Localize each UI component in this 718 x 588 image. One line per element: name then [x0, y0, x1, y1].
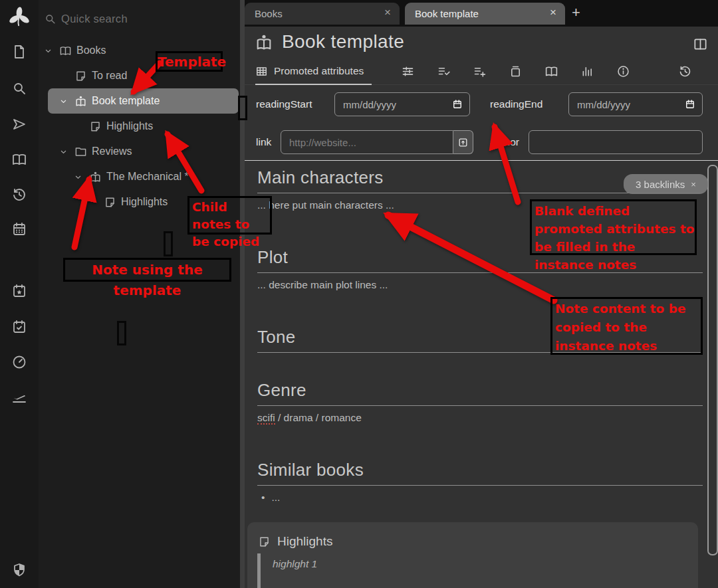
- launcher-bar: [0, 0, 39, 588]
- open-link-button[interactable]: [453, 130, 473, 154]
- calendar-icon[interactable]: [684, 98, 696, 110]
- note-icon: [104, 196, 121, 209]
- reading-end-input[interactable]: mm/dd/yyyy: [568, 92, 703, 116]
- tree-item-the-mechanical[interactable]: The Mechanical *: [39, 164, 240, 189]
- section-body: scifi / drama / romance: [257, 412, 703, 424]
- list-check-icon[interactable]: [437, 64, 451, 78]
- ribbon-icons: [401, 58, 718, 84]
- split-view-icon[interactable]: [693, 37, 708, 52]
- tree-item-label: Reviews: [92, 146, 132, 157]
- section-similar-books[interactable]: Similar books • ...: [257, 460, 703, 504]
- section-heading: Similar books: [257, 460, 703, 486]
- bullet-text: ...: [271, 492, 280, 504]
- info-icon[interactable]: [616, 64, 630, 78]
- blockquote-bar: [257, 553, 261, 588]
- calendar-icon[interactable]: [11, 221, 27, 237]
- external-link-icon: [457, 137, 469, 148]
- chevron-down-icon[interactable]: [59, 96, 74, 106]
- sliders-icon[interactable]: [401, 64, 415, 78]
- new-note-icon[interactable]: [11, 44, 27, 60]
- history-icon[interactable]: [678, 64, 692, 78]
- reading-start-label: readingStart: [256, 98, 312, 110]
- quick-search-placeholder: Quick search: [61, 13, 128, 25]
- close-icon[interactable]: ×: [384, 6, 391, 19]
- task-calendar-icon[interactable]: [11, 319, 27, 335]
- trilium-logo-icon[interactable]: [7, 5, 32, 29]
- included-note-header[interactable]: Highlights: [258, 534, 332, 549]
- tree-item-book-template[interactable]: Book template: [48, 88, 239, 114]
- annotation-note-using: Note using the template: [63, 258, 231, 282]
- reading-start-input[interactable]: mm/dd/yyyy: [334, 92, 470, 116]
- dashboard-icon[interactable]: [11, 354, 27, 370]
- tree-item-label: Highlights: [106, 120, 153, 132]
- calendar-icon[interactable]: [451, 98, 463, 110]
- tree-item-label: To read: [92, 70, 127, 82]
- search-icon[interactable]: [11, 80, 27, 96]
- link-input[interactable]: http://website...: [281, 130, 453, 154]
- book-icon[interactable]: [544, 64, 558, 78]
- backlinks-badge[interactable]: 3 backlinks ×: [624, 174, 708, 194]
- note-icon: [258, 536, 271, 548]
- included-note-card[interactable]: Highlights highlght 1: [247, 522, 698, 588]
- send-icon[interactable]: [11, 116, 27, 132]
- annotation-template: Template: [156, 51, 223, 72]
- misspelled-word: scifi: [257, 412, 275, 425]
- chevron-down-icon[interactable]: [43, 45, 59, 56]
- scrollbar-thumb[interactable]: [707, 165, 718, 555]
- ribbon: Promoted attributes: [245, 58, 718, 85]
- backlinks-count: 3 backlinks: [636, 179, 685, 190]
- page-title: Book template: [282, 31, 404, 52]
- new-tab-button[interactable]: +: [572, 4, 580, 21]
- recent-changes-icon[interactable]: [11, 187, 27, 203]
- section-heading: Genre: [257, 380, 703, 406]
- section-genre[interactable]: Genre scifi / drama / romance: [257, 380, 703, 424]
- books-icon[interactable]: [11, 151, 27, 167]
- link-input-group: http://website...: [281, 130, 473, 154]
- list-plus-icon[interactable]: [473, 64, 487, 78]
- close-icon[interactable]: ×: [550, 6, 556, 19]
- blockquote-text: highlght 1: [273, 558, 317, 570]
- link-label: link: [256, 136, 271, 148]
- author-input[interactable]: [529, 130, 703, 154]
- tree-item-highlights[interactable]: Highlights: [39, 114, 240, 139]
- folder-icon: [74, 146, 92, 158]
- ribbon-tab-label: Promoted attributes: [274, 65, 364, 77]
- genre-rest: / drama / romance: [275, 412, 362, 423]
- tab-books[interactable]: Books ×: [245, 3, 400, 25]
- bar-chart-icon[interactable]: [580, 64, 594, 78]
- section-body: ... describe main plot lines ...: [257, 279, 703, 291]
- protected-session-icon[interactable]: [11, 562, 27, 578]
- tree-item-label: The Mechanical *: [106, 171, 189, 183]
- date-placeholder: mm/dd/yyyy: [577, 99, 630, 110]
- chevron-down-icon[interactable]: [59, 146, 74, 157]
- date-placeholder: mm/dd/yyyy: [343, 99, 396, 110]
- author-label: author: [490, 136, 519, 148]
- content-separator: [245, 160, 718, 161]
- close-icon[interactable]: ×: [691, 179, 696, 189]
- reading-end-label: readingEnd: [490, 98, 542, 110]
- tab-book-template[interactable]: Book template ×: [405, 3, 565, 25]
- included-note-title: Highlights: [277, 534, 332, 549]
- note-icon: [74, 70, 92, 82]
- tree-item-reviews[interactable]: Reviews: [39, 139, 240, 164]
- quick-search[interactable]: Quick search: [39, 0, 240, 35]
- bookmarked-day-icon[interactable]: [11, 283, 27, 299]
- template-book-icon: [89, 171, 106, 183]
- cursor-artifact: [117, 321, 126, 345]
- annotation-note-content: Note content to be copied to the instanc…: [550, 297, 703, 355]
- grid-icon: [255, 65, 268, 78]
- archive-icon[interactable]: [509, 64, 523, 78]
- annotation-blank-promoted: Blank defined promoted attributes to be …: [530, 199, 697, 255]
- cursor-artifact: [164, 231, 173, 256]
- travel-icon[interactable]: [11, 389, 27, 405]
- annotation-child-notes: Child notes to be copied: [187, 196, 272, 235]
- panel-divider[interactable]: [240, 0, 245, 588]
- template-book-icon: [255, 33, 273, 52]
- tree-item-label: Highlights: [121, 196, 168, 208]
- kebab-menu-icon[interactable]: [714, 64, 718, 78]
- chevron-down-icon[interactable]: [73, 171, 89, 182]
- tab-bar: Books × Book template × +: [245, 0, 718, 27]
- tab-promoted-attributes[interactable]: Promoted attributes: [255, 58, 372, 85]
- tree-item-label: Book template: [92, 95, 160, 107]
- template-book-icon: [74, 95, 92, 108]
